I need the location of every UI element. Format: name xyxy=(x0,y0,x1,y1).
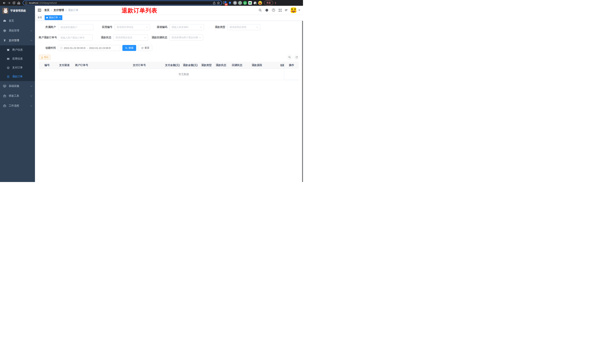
toolbox-icon xyxy=(3,94,6,98)
address-bar[interactable]: localhost:1024/pay/refund xyxy=(23,0,222,5)
close-icon[interactable]: × xyxy=(59,16,61,19)
back-icon[interactable] xyxy=(2,0,7,5)
chevron-up-icon xyxy=(30,40,32,42)
refund-type-select[interactable]: 请选择退款类型 xyxy=(227,24,260,30)
col-notify-status: 回调状态 xyxy=(228,62,246,69)
font-size-icon[interactable]: tT xyxy=(285,9,288,12)
refund-doc-icon xyxy=(7,75,10,78)
filter-merchant-refund-no: 商户退款订单号 xyxy=(39,35,92,40)
top-navbar: 首页 / 支付管理 / 退款订单 退款订单列表 ? xyxy=(35,6,303,14)
browser-menu-icon[interactable]: ⋮ xyxy=(274,1,277,4)
github-icon[interactable] xyxy=(265,8,269,12)
chevron-down-icon xyxy=(30,104,32,106)
forward-icon[interactable] xyxy=(7,0,12,5)
site-info-icon[interactable] xyxy=(25,2,27,4)
url-host: localhost xyxy=(29,1,38,4)
refund-status-select[interactable]: 请选择退款状态 xyxy=(113,35,148,40)
extension-gem-icon[interactable] xyxy=(228,1,232,5)
reload-icon[interactable] xyxy=(12,0,16,5)
dashboard-icon xyxy=(3,19,6,23)
fullscreen-icon[interactable] xyxy=(278,9,282,12)
breadcrumb-refund: 退款订单 xyxy=(68,9,79,12)
browser-update-button[interactable]: 更新 xyxy=(264,0,273,5)
toggle-search-button[interactable] xyxy=(287,55,292,60)
merchant-input[interactable] xyxy=(58,24,93,30)
sidebar-item-devtools[interactable]: 研发工具 xyxy=(0,91,35,101)
sidebar-item-infra[interactable]: 基础设施 xyxy=(0,81,35,91)
create-time-range-picker[interactable]: 2022-01-23 00:00:00 - 2022-01-23 23:59:5… xyxy=(58,45,120,51)
sidebar-item-merchant-info[interactable]: 商户信息 xyxy=(0,45,35,54)
sidebar-item-system[interactable]: 系统管理 xyxy=(0,26,35,36)
sidebar-collapse-icon[interactable] xyxy=(38,9,41,12)
extension-dot-icon[interactable] xyxy=(238,1,242,5)
extensions-puzzle-icon[interactable] xyxy=(253,1,257,5)
chevron-down-icon xyxy=(256,26,258,28)
reset-button[interactable]: 重置 xyxy=(138,45,152,51)
pay-submenu: 商户信息 应用信息 支付订单 退款订单 xyxy=(0,45,35,81)
toolbox-icon xyxy=(3,104,6,107)
extension-command-icon[interactable]: ⌘ xyxy=(233,1,237,5)
chevron-down-icon xyxy=(146,26,148,28)
col-refund-type: 退款类型 xyxy=(199,62,214,69)
app-logo[interactable]: 芋道管理系统 xyxy=(0,6,35,16)
help-icon[interactable]: ? xyxy=(272,8,275,12)
date-end[interactable]: 2022-01-23 23:59:59 xyxy=(89,47,111,50)
col-refund-amount: 退款金额(元) xyxy=(181,62,199,69)
merchant-refund-no-input[interactable] xyxy=(58,35,92,40)
tag-home[interactable]: 首页 xyxy=(36,15,44,20)
user-avatar[interactable] xyxy=(291,7,296,13)
avatar-dropdown-icon[interactable] xyxy=(298,10,300,11)
search-button[interactable]: 搜索 xyxy=(122,45,136,51)
sidebar-item-pay-order[interactable]: 支付订单 xyxy=(0,63,35,72)
sidebar-item-pay[interactable]: ¥ 支付管理 xyxy=(0,36,35,45)
tag-refund-order[interactable]: 退款订单 × xyxy=(45,15,62,20)
tags-view: 首页 退款订单 × xyxy=(35,14,303,21)
sidebar-item-home[interactable]: 首页 xyxy=(0,16,35,26)
chevron-down-icon xyxy=(200,26,202,28)
col-pay-order-no: 支付订单号 xyxy=(131,62,163,69)
export-button[interactable]: 导出 xyxy=(39,55,51,60)
col-id: 编号 xyxy=(39,62,55,69)
url-path: :1024/pay/refund xyxy=(39,1,57,4)
sidebar-item-workflow[interactable]: 工作流程 xyxy=(0,101,35,111)
extension-chat-icon[interactable] xyxy=(248,1,252,5)
extension-badge: 10 xyxy=(225,3,228,6)
chevron-down-icon xyxy=(30,85,32,87)
extension-y-icon[interactable]: y xyxy=(243,1,247,5)
breadcrumb-home[interactable]: 首页 xyxy=(44,9,50,12)
filter-refund-type: 退款类型 请选择退款类型 xyxy=(209,24,260,30)
empty-text: 暂无数据 xyxy=(39,69,299,80)
date-start[interactable]: 2022-01-23 00:00:00 xyxy=(64,47,85,50)
browser-toolbar: localhost:1024/pay/refund 10 ⌘ y 更新 ⋮ xyxy=(0,0,303,6)
home-icon[interactable] xyxy=(16,0,21,5)
refund-table: 编号 支付渠道 商户订单号 支付订单号 支付金额(元) 退款金额(元) 退款类型… xyxy=(39,62,299,80)
page-content: 所属商户 应用编号 请选择应用信息 渠道编码 请输入渠道编码 xyxy=(35,21,303,182)
share-icon[interactable] xyxy=(213,1,216,4)
col-refund-reason: 退款原因 xyxy=(246,62,268,69)
sidebar-item-app-info[interactable]: 应用信息 xyxy=(0,54,35,63)
app-select[interactable]: 请选择应用信息 xyxy=(115,24,150,30)
fixed-action-column: 操作 xyxy=(284,62,299,80)
logo-image xyxy=(2,8,8,14)
yen-icon: ¥ xyxy=(3,39,6,42)
breadcrumb: 首页 / 支付管理 / 退款订单 xyxy=(44,9,79,12)
bookmark-star-icon[interactable] xyxy=(217,1,220,4)
profile-avatar-icon[interactable] xyxy=(258,1,262,5)
col-refund-status: 退款状态 xyxy=(214,62,228,69)
refresh-button[interactable] xyxy=(294,55,299,60)
scrollbar[interactable] xyxy=(302,6,303,182)
col-pay-amount: 支付金额(元) xyxy=(163,62,181,69)
notify-status-select[interactable]: 请选择通知商户退款结果( xyxy=(170,35,203,40)
channel-select[interactable]: 请输入渠道编码 xyxy=(170,24,204,30)
grid-icon xyxy=(7,57,10,60)
monitor-icon xyxy=(3,84,6,88)
sidebar-item-refund-order[interactable]: 退款订单 xyxy=(0,72,35,81)
col-channel: 支付渠道 xyxy=(55,62,73,69)
search-icon[interactable] xyxy=(259,9,262,12)
chevron-down-icon xyxy=(144,37,146,38)
col-action: 操作 xyxy=(284,62,299,69)
filter-create-time: 创建时间 2022-01-23 00:00:00 - 2022-01-23 23… xyxy=(39,45,120,51)
breadcrumb-pay[interactable]: 支付管理 xyxy=(53,9,64,12)
annotation-title: 退款订单列表 xyxy=(122,7,157,14)
extension-badged-icon[interactable]: 10 xyxy=(223,1,227,5)
